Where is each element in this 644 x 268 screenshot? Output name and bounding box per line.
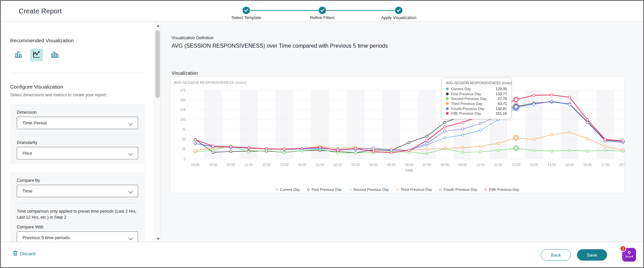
content: Recommended Visualization — [1, 21, 643, 243]
x-tick-label: 10:00 — [476, 163, 485, 167]
legend-item[interactable]: Fifth Previous Day — [485, 187, 519, 192]
step-apply-visualization[interactable]: Apply Visualization — [395, 7, 402, 14]
data-point — [283, 148, 285, 150]
dimension-select[interactable]: Time Period — [17, 117, 138, 129]
tooltip-row: First Previous Day133.77 — [446, 92, 507, 97]
tooltip-series-value: 53.71 — [498, 102, 507, 106]
data-point — [408, 141, 410, 144]
x-tick-label: 21:00 — [245, 163, 253, 167]
data-point — [551, 133, 553, 136]
x-tick-label: 00:00 — [298, 163, 306, 167]
save-button[interactable]: Save — [577, 249, 607, 261]
recommended-visualization-title: Recommended Visualization — [10, 38, 145, 43]
data-point — [533, 138, 535, 141]
highlighted-data-point — [514, 136, 518, 140]
step-select-template[interactable]: Select Template — [243, 7, 250, 14]
bar-chart-option[interactable] — [12, 49, 25, 61]
y-tick-label: 100 — [180, 118, 186, 121]
tooltip-series-value: 133.77 — [496, 92, 507, 96]
x-tick-label: 18:00 — [619, 163, 625, 167]
tooltip-series-name: Fourth Previous Day — [451, 107, 496, 111]
scrollbar-thumb[interactable] — [155, 30, 160, 98]
line-chart-option[interactable] — [30, 49, 43, 61]
series-color-dot — [446, 107, 449, 110]
data-point — [568, 103, 571, 106]
legend-label: First Previous Day — [312, 187, 342, 192]
tooltip-row: Third Previous Day53.71 — [446, 101, 507, 106]
dimension-label: Dimension — [17, 110, 138, 115]
legend-item[interactable]: Current Day — [276, 187, 300, 192]
footer: Discard Back Save 3 — [1, 242, 643, 267]
legend-item[interactable]: Fourth Previous Day — [439, 187, 477, 192]
data-point — [390, 149, 392, 151]
data-point — [337, 152, 339, 154]
data-point — [604, 145, 606, 148]
data-point — [390, 152, 392, 154]
step-refine-filters[interactable]: Refine Filters — [319, 7, 326, 14]
highlighted-data-point — [514, 98, 518, 102]
back-button[interactable]: Back — [541, 249, 571, 261]
data-point — [212, 145, 214, 147]
step-label: Select Template — [232, 15, 261, 20]
chart-tooltip: AVG-SESSION RESPONSIVENESS (msec) Curren… — [442, 78, 511, 119]
legend-item[interactable]: Third Previous Day — [396, 187, 432, 192]
x-tick-label: 03:00 — [351, 163, 360, 167]
x-tick-label: 16:00 — [583, 163, 591, 167]
page-title: Create Report — [19, 7, 62, 15]
data-point — [372, 147, 375, 149]
sidebar-scrollbar[interactable] — [154, 21, 161, 243]
legend-marker-icon — [396, 189, 399, 191]
tooltip-title: AVG-SESSION RESPONSIVENESS (msec) — [446, 81, 507, 85]
legend-item[interactable]: Second Previous Day — [349, 187, 389, 192]
legend-marker-icon — [349, 189, 351, 191]
legend-label: Second Previous Day — [353, 187, 389, 192]
data-point — [461, 134, 464, 136]
compare-with-label: Compare With — [17, 225, 138, 229]
discard-button[interactable]: Discard — [13, 250, 36, 257]
tooltip-row: Current Day129.00 — [446, 87, 507, 92]
stepper-connector — [326, 10, 395, 11]
x-tick-label: 19:00 — [209, 163, 217, 167]
series-line — [195, 95, 623, 153]
grouped-bar-chart-option[interactable] — [48, 49, 61, 61]
data-point — [622, 149, 624, 151]
data-point — [586, 150, 588, 152]
line-chart[interactable]: 025507510012515017518:0019:0020:0021:002… — [170, 77, 625, 193]
discard-label: Discard — [20, 251, 36, 256]
legend-item[interactable]: First Previous Day — [307, 187, 342, 192]
x-tick-label: 17:00 — [601, 163, 609, 167]
data-point — [497, 142, 499, 145]
chevron-down-icon — [128, 122, 133, 127]
data-point — [461, 151, 464, 153]
bar-chart-icon — [14, 50, 23, 60]
step-label: Apply Visualization — [381, 15, 416, 20]
compare-with-select[interactable]: Previous 5 time periods — [17, 231, 138, 243]
series-color-dot — [446, 88, 449, 90]
data-point — [230, 150, 232, 153]
y-tick-label: 175 — [180, 89, 186, 92]
granularity-select[interactable]: Hour — [17, 147, 138, 159]
create-report-window: Create Report Select Template Refine Fil… — [0, 0, 644, 268]
y-tick-label: 50 — [182, 138, 186, 141]
chart-card: AVG-SESSION RESPONSIVENESS (msec) 025507… — [170, 76, 625, 193]
data-point — [533, 94, 535, 97]
series-color-dot — [446, 97, 449, 100]
notification-badge: 3 — [620, 246, 626, 252]
tooltip-row: Fourth Previous Day132.81 — [446, 106, 507, 111]
data-point — [212, 149, 214, 152]
scroll-up-arrow-icon[interactable] — [156, 24, 160, 27]
data-point — [444, 147, 446, 150]
tooltip-series-name: Fifth Previous Day — [451, 111, 496, 115]
data-point — [265, 148, 268, 150]
data-point — [551, 100, 553, 102]
chevron-down-icon — [128, 236, 133, 242]
scroll-down-arrow-icon[interactable] — [156, 238, 160, 240]
x-tick-label: 11:00 — [494, 163, 503, 167]
data-point — [426, 139, 428, 142]
visualization-type-picker — [12, 49, 145, 61]
data-point — [426, 142, 428, 145]
resource-center-button[interactable]: 3 — [622, 248, 636, 262]
tooltip-series-value: 27.76 — [498, 97, 507, 101]
compare-by-select[interactable]: Time — [17, 185, 138, 197]
data-point — [194, 142, 196, 145]
